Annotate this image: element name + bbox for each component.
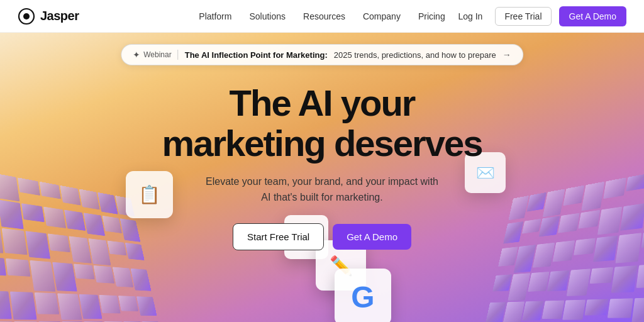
get-demo-nav-button[interactable]: Get A Demo	[559, 6, 626, 26]
nav-links: Platform Solutions Resources Company Pri…	[199, 11, 445, 21]
headline-line1: The AI your	[230, 82, 415, 123]
login-button[interactable]: Log In	[453, 8, 487, 25]
navbar: Jasper Platform Solutions Resources Comp…	[0, 0, 644, 33]
start-free-trial-button[interactable]: Start Free Trial	[233, 223, 324, 250]
headline-line2: marketing deserves	[162, 123, 482, 164]
hero-headline: The AI your marketing deserves	[162, 83, 482, 164]
logo-container: Jasper	[18, 8, 79, 25]
logo-text: Jasper	[40, 9, 79, 23]
hero-content: The AI your marketing deserves Elevate y…	[0, 33, 644, 322]
nav-pricing[interactable]: Pricing	[418, 11, 445, 21]
hero-cta-buttons: Start Free Trial Get A Demo	[233, 223, 411, 250]
hero-subtext: Elevate your team, your brand, and your …	[203, 174, 441, 206]
nav-resources[interactable]: Resources	[303, 11, 345, 21]
jasper-logo-icon	[18, 8, 35, 25]
nav-solutions[interactable]: Solutions	[249, 11, 286, 21]
hero-section: 📋 ✉️ 🔍 ✏️ G ✦ Webinar The AI Inflection …	[0, 33, 644, 322]
navbar-right: Log In Free Trial Get A Demo	[453, 6, 626, 26]
nav-company[interactable]: Company	[363, 11, 401, 21]
nav-platform[interactable]: Platform	[199, 11, 231, 21]
svg-point-1	[23, 13, 30, 19]
free-trial-button[interactable]: Free Trial	[495, 7, 551, 26]
get-demo-hero-button[interactable]: Get A Demo	[333, 224, 411, 250]
